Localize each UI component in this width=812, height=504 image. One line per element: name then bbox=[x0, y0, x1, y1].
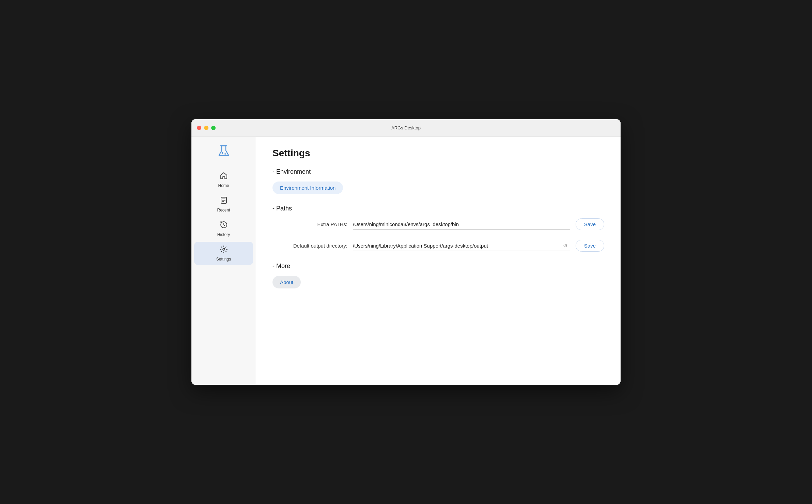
environment-section: - Environment Environment Information bbox=[272, 168, 604, 205]
extra-paths-input-wrap bbox=[353, 219, 570, 230]
sidebar-item-settings[interactable]: Settings bbox=[194, 242, 253, 265]
environment-section-header: - Environment bbox=[272, 168, 604, 175]
output-dir-save-button[interactable]: Save bbox=[576, 240, 604, 252]
home-icon bbox=[220, 172, 228, 182]
sidebar-recent-label: Recent bbox=[217, 208, 230, 212]
output-dir-label: Default output directory: bbox=[272, 243, 347, 249]
sidebar-home-label: Home bbox=[218, 183, 229, 188]
sidebar-history-label: History bbox=[217, 232, 230, 237]
output-dir-input-wrap: ↺ bbox=[353, 241, 570, 251]
svg-point-0 bbox=[221, 152, 223, 154]
titlebar: ARGs Desktop bbox=[191, 119, 621, 137]
traffic-lights bbox=[197, 126, 216, 130]
close-button[interactable] bbox=[197, 126, 201, 130]
extra-paths-row: Extra PATHs: Save bbox=[272, 218, 604, 230]
sidebar: Home Recent bbox=[191, 137, 256, 385]
maximize-button[interactable] bbox=[211, 126, 216, 130]
extra-paths-save-button[interactable]: Save bbox=[576, 218, 604, 230]
sidebar-item-history[interactable]: History bbox=[194, 217, 253, 240]
main-content: Settings - Environment Environment Infor… bbox=[256, 137, 621, 385]
settings-icon bbox=[220, 245, 228, 255]
about-button[interactable]: About bbox=[272, 276, 301, 288]
more-section: - More About bbox=[272, 263, 604, 288]
extra-paths-input[interactable] bbox=[353, 219, 570, 230]
history-icon bbox=[220, 221, 228, 231]
app-window: ARGs Desktop Home bbox=[191, 119, 621, 385]
paths-section-header: - Paths bbox=[272, 205, 604, 212]
refresh-icon[interactable]: ↺ bbox=[563, 242, 567, 249]
app-logo-icon bbox=[217, 144, 231, 159]
paths-section: - Paths Extra PATHs: Save Default output… bbox=[272, 205, 604, 252]
sidebar-settings-label: Settings bbox=[216, 257, 231, 262]
output-dir-row: Default output directory: ↺ Save bbox=[272, 240, 604, 252]
sidebar-item-recent[interactable]: Recent bbox=[194, 193, 253, 216]
sidebar-item-home[interactable]: Home bbox=[194, 168, 253, 191]
window-title: ARGs Desktop bbox=[391, 125, 421, 130]
minimize-button[interactable] bbox=[204, 126, 208, 130]
svg-point-1 bbox=[224, 153, 226, 155]
environment-info-button[interactable]: Environment Information bbox=[272, 182, 343, 194]
page-title: Settings bbox=[272, 148, 604, 159]
more-section-header: - More bbox=[272, 263, 604, 270]
output-dir-input[interactable] bbox=[353, 241, 570, 251]
extra-paths-label: Extra PATHs: bbox=[272, 221, 347, 227]
recent-icon bbox=[220, 196, 228, 206]
svg-point-7 bbox=[223, 248, 225, 250]
app-body: Home Recent bbox=[191, 137, 621, 385]
